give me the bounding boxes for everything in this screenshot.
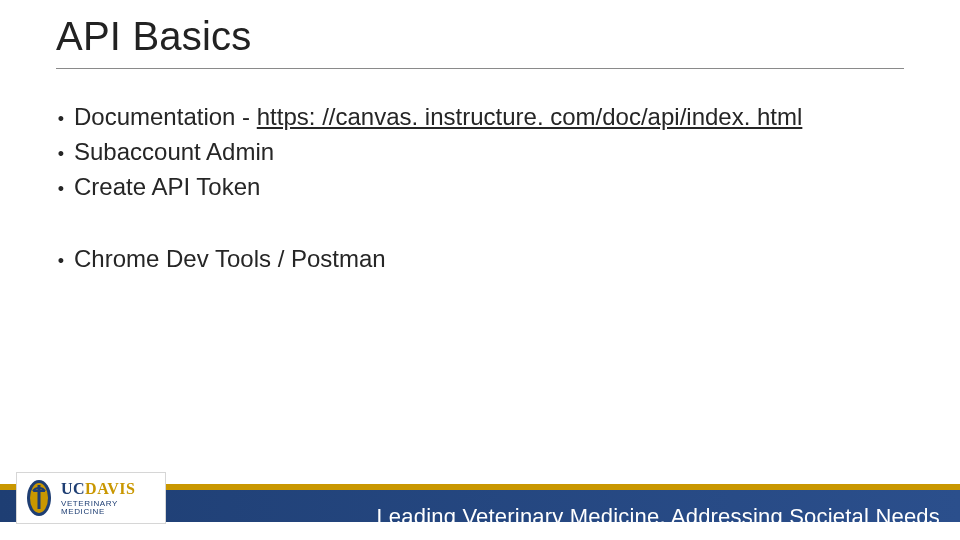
documentation-link[interactable]: https: //canvas. instructure. com/doc/ap… [257, 103, 803, 130]
logo-subtext: VETERINARY MEDICINE [61, 500, 157, 516]
bullet-prefix: Documentation - [74, 103, 257, 130]
bullet-icon: • [56, 104, 66, 134]
bullet-item: • Documentation - https: //canvas. instr… [56, 100, 896, 135]
slide-content: • Documentation - https: //canvas. instr… [56, 100, 896, 277]
logo-uc: UC [61, 480, 85, 497]
bullet-icon: • [56, 139, 66, 169]
logo-text: UCDAVIS VETERINARY MEDICINE [61, 481, 157, 516]
logo-wordmark: UCDAVIS [61, 481, 157, 497]
title-underline [56, 68, 904, 69]
bullet-text: Create API Token [74, 170, 260, 205]
logo-davis: DAVIS [85, 480, 135, 497]
footer-tagline: Leading Veterinary Medicine, Addressing … [376, 504, 940, 530]
bullet-text: Chrome Dev Tools / Postman [74, 242, 386, 277]
bullet-item: • Create API Token [56, 170, 896, 205]
bullet-item: • Subaccount Admin [56, 135, 896, 170]
bullet-text: Subaccount Admin [74, 135, 274, 170]
bullet-icon: • [56, 246, 66, 276]
bullet-item: • Chrome Dev Tools / Postman [56, 242, 896, 277]
bullet-icon: • [56, 174, 66, 204]
slide-title: API Basics [56, 14, 251, 59]
slide: API Basics • Documentation - https: //ca… [0, 0, 960, 540]
ucdavis-logo: UCDAVIS VETERINARY MEDICINE [16, 472, 166, 524]
logo-seal-icon [25, 478, 53, 518]
bullet-text: Documentation - https: //canvas. instruc… [74, 100, 802, 135]
